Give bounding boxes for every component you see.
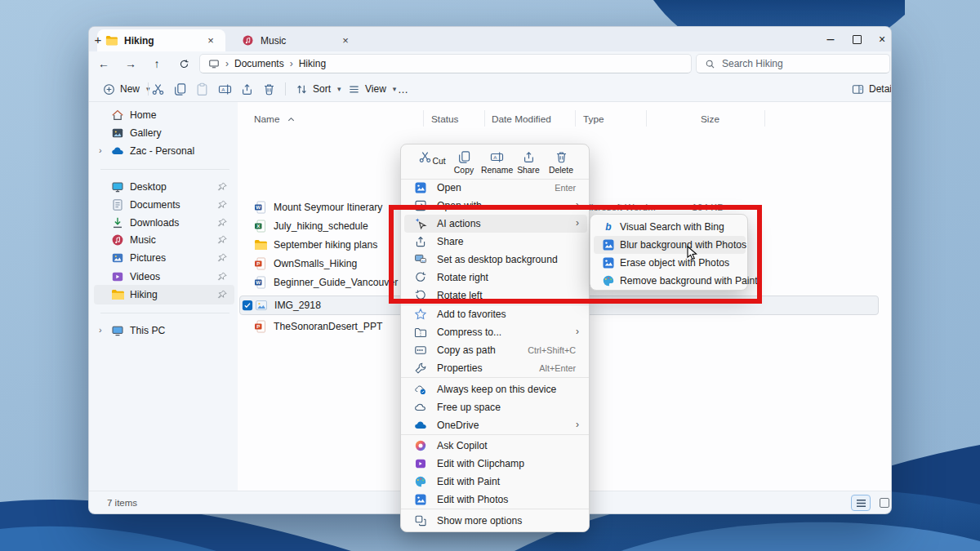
column-header-date-modified[interactable]: Date Modified: [492, 113, 551, 125]
sidebar-item-label: Zac - Personal: [130, 145, 194, 157]
photos-app-icon: [414, 181, 427, 194]
quick-action-copy[interactable]: Copy: [448, 149, 479, 177]
icons-view-toggle[interactable]: [875, 495, 892, 511]
sidebar-item-home[interactable]: Home: [94, 105, 234, 125]
menu-item-show-more-options[interactable]: Show more options: [404, 512, 587, 530]
share-button[interactable]: [236, 79, 257, 99]
forward-button[interactable]: →: [120, 54, 141, 73]
back-button[interactable]: ←: [93, 54, 114, 73]
cut-button[interactable]: [147, 79, 168, 99]
quick-action-cut[interactable]: Cut: [416, 149, 448, 177]
breadcrumb: Documents›Hiking: [234, 58, 326, 69]
quick-action-rename[interactable]: ARename: [481, 149, 512, 177]
column-divider[interactable]: [423, 110, 424, 127]
file-name: July_hiking_schedule: [274, 220, 368, 232]
column-divider[interactable]: [646, 110, 647, 127]
column-header-size[interactable]: Size: [701, 113, 719, 125]
up-button[interactable]: ↑: [146, 54, 167, 73]
chevron-right-icon[interactable]: ›: [99, 145, 102, 155]
sidebar-item-music[interactable]: Music: [94, 230, 234, 250]
sidebar-item-gallery[interactable]: Gallery: [94, 123, 234, 143]
tab-close-icon[interactable]: ×: [204, 34, 217, 47]
column-divider[interactable]: [764, 110, 765, 127]
folder-icon: [105, 34, 118, 47]
column-header-name[interactable]: Name: [254, 113, 279, 125]
sort-ascending-icon: [287, 115, 296, 124]
svg-text:P: P: [256, 323, 260, 329]
menu-item-label: Edit with Paint: [437, 476, 500, 487]
address-bar[interactable]: › Documents›Hiking: [199, 54, 692, 73]
menu-item-label: Add to favorites: [437, 309, 506, 320]
menu-item-always-keep-on-this-device[interactable]: Always keep on this device: [404, 380, 587, 398]
menu-item-edit-with-clipchamp[interactable]: Edit with Clipchamp: [404, 455, 587, 473]
new-tab-button[interactable]: +: [89, 32, 107, 48]
copy-icon: [173, 82, 187, 96]
chevron-down-icon: ▾: [337, 85, 341, 93]
paste-button[interactable]: [191, 79, 212, 99]
delete-button[interactable]: [258, 79, 279, 99]
documents-icon: [111, 198, 124, 211]
gallery-icon: [111, 127, 124, 140]
pin-icon: [216, 289, 228, 300]
menu-item-ask-copilot[interactable]: Ask Copilot: [404, 437, 587, 455]
menu-item-properties[interactable]: PropertiesAlt+Enter: [404, 359, 587, 377]
quick-action-delete[interactable]: Delete: [546, 149, 577, 177]
menu-item-add-to-favorites[interactable]: Add to favorites: [404, 305, 587, 323]
column-divider[interactable]: [575, 110, 576, 127]
breadcrumb-item-hiking[interactable]: Hiking: [299, 58, 326, 69]
refresh-button[interactable]: [173, 54, 194, 73]
sidebar-item-pictures[interactable]: Pictures: [94, 248, 234, 268]
folder-icon: [254, 238, 267, 251]
sidebar-item-label: Home: [130, 109, 157, 121]
close-button[interactable]: ×: [870, 29, 892, 50]
sidebar-item-zac-personal[interactable]: ›Zac - Personal: [94, 141, 234, 161]
tab-hiking[interactable]: Hiking×: [97, 29, 225, 51]
sidebar-item-hiking[interactable]: Hiking: [94, 285, 234, 304]
paint-icon: [414, 475, 427, 488]
copy-button[interactable]: [169, 79, 190, 99]
breadcrumb-separator: ›: [225, 58, 229, 69]
more-options-button[interactable]: …: [393, 79, 414, 99]
search-input[interactable]: Search Hiking: [696, 54, 890, 73]
sidebar-item-desktop[interactable]: Desktop: [94, 177, 234, 197]
rename-button[interactable]: A: [214, 79, 235, 99]
list-view-icon: [856, 499, 866, 508]
maximize-button[interactable]: [844, 29, 869, 50]
menu-item-compress-to[interactable]: Compress to...›: [404, 323, 587, 341]
menu-item-label: Properties: [437, 362, 483, 374]
menu-item-free-up-space[interactable]: Free up space: [404, 398, 587, 416]
thumbnail-view-icon: [880, 498, 889, 508]
tab-bar: Hiking×Music× + – ×: [89, 27, 892, 51]
menu-item-copy-as-path[interactable]: Copy as pathCtrl+Shift+C: [404, 341, 587, 359]
tab-close-icon[interactable]: ×: [339, 34, 352, 47]
quick-action-label: Rename: [481, 166, 513, 175]
menu-item-edit-with-photos[interactable]: Edit with Photos: [404, 491, 587, 509]
row-checkbox-icon[interactable]: [242, 300, 253, 311]
sidebar-item-label: Downloads: [130, 217, 179, 229]
sort-button[interactable]: Sort ▾: [290, 78, 347, 100]
menu-divider: [401, 509, 589, 509]
menu-item-edit-with-paint[interactable]: Edit with Paint: [404, 473, 587, 491]
quick-action-share[interactable]: Share: [513, 149, 544, 177]
sidebar-item-videos[interactable]: Videos: [94, 267, 234, 287]
chevron-right-icon[interactable]: ›: [99, 325, 102, 335]
folder-icon: [111, 288, 124, 301]
image-file-icon: [255, 299, 268, 312]
sidebar-item-this-pc[interactable]: ›This PC: [94, 321, 234, 340]
column-header-status[interactable]: Status: [431, 113, 458, 125]
breadcrumb-item-documents[interactable]: Documents: [234, 58, 284, 69]
sort-button-label: Sort: [313, 83, 331, 95]
menu-item-onedrive[interactable]: OneDrive›: [404, 416, 587, 434]
ppt-doc-icon: P: [254, 320, 267, 333]
sidebar-item-documents[interactable]: Documents: [94, 195, 234, 215]
view-icon: [348, 83, 360, 96]
column-header-type[interactable]: Type: [583, 113, 604, 125]
details-pane-button[interactable]: Details: [846, 78, 892, 100]
minimize-button[interactable]: –: [818, 29, 843, 50]
tab-music[interactable]: Music×: [234, 29, 360, 51]
navigation-bar: ← → ↑ › Documents›Hiking Search Hiking: [89, 51, 892, 76]
column-divider[interactable]: [484, 110, 485, 127]
breadcrumb-separator: ›: [290, 58, 293, 69]
menu-item-open[interactable]: OpenEnter: [404, 179, 587, 197]
details-view-toggle[interactable]: [851, 495, 871, 511]
